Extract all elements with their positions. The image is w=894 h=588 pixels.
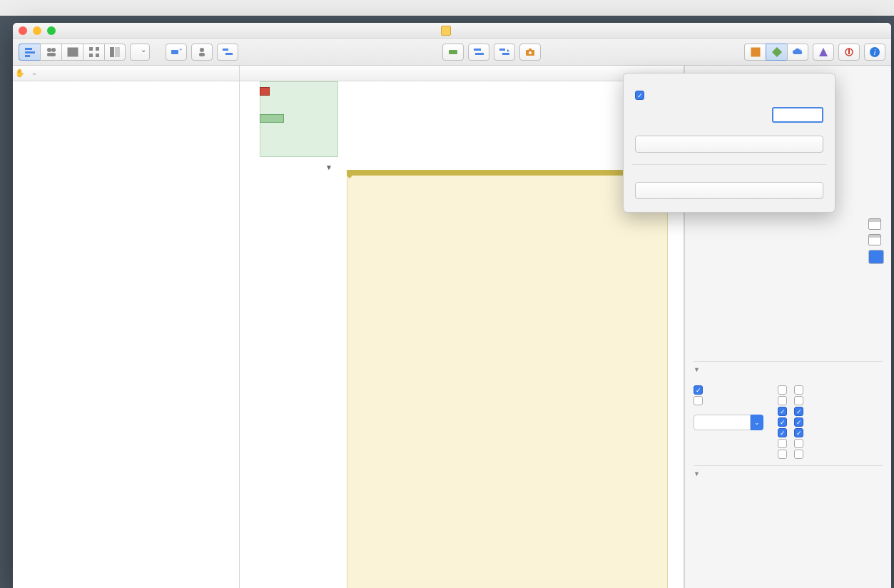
zoom-button[interactable] [47,26,56,35]
date-picker-icon[interactable] [868,218,881,230]
estimate-tasks-button[interactable] [635,136,823,153]
effort-unit-section-header[interactable] [694,465,883,482]
run-simulations-button[interactable] [635,182,823,199]
cb-eff-months[interactable] [794,439,803,448]
inspector-violations-button[interactable] [838,44,860,61]
cb-dur-months[interactable] [778,439,787,448]
baseline-compare-select[interactable] [130,44,150,61]
svg-rect-15 [115,47,120,57]
svg-rect-29 [529,49,532,50]
date-picker-icon-2[interactable] [868,234,881,245]
svg-rect-19 [199,53,205,56]
reschedule-button[interactable] [494,44,515,61]
cb-dur-minutes[interactable] [778,396,787,405]
svg-point-33 [776,51,778,53]
snapshot-button[interactable] [519,44,541,61]
svg-point-18 [200,48,204,52]
cb-dur-weeks[interactable] [778,428,787,437]
view-network-button[interactable] [83,44,104,61]
cb-eff-days[interactable] [794,417,803,427]
inspector-side-widgets [868,218,884,264]
inspector-sync-button[interactable]: + [787,44,808,61]
cb-eff-weeks[interactable] [794,428,803,437]
phase-disclosure-icon[interactable]: ▼ [325,163,332,171]
document-icon [441,26,451,36]
cb-eff-years[interactable] [794,450,803,459]
svg-rect-6 [68,48,78,56]
view-resources-button[interactable] [40,44,61,61]
cb-dur-hours[interactable] [778,407,787,416]
view-gantt-button[interactable] [19,44,40,61]
checkbox-date-seconds[interactable] [694,396,703,405]
currency-dropdown-icon[interactable]: ⌄ [751,415,763,430]
svg-point-28 [529,51,532,54]
inspector-simulations-button[interactable] [766,44,787,61]
cb-dur-years[interactable] [778,450,787,459]
toolbar: + + i [13,39,891,66]
catch-up-button[interactable] [442,44,464,61]
formats-section-header[interactable] [694,361,883,377]
svg-text:+: + [179,46,182,53]
svg-rect-23 [474,49,481,51]
svg-rect-20 [223,49,228,51]
svg-rect-10 [89,47,93,51]
svg-rect-16 [171,50,178,54]
svg-rect-22 [449,50,457,54]
window-controls [19,26,56,35]
level-button[interactable] [468,44,489,61]
phase3-group-area [347,170,668,588]
svg-rect-12 [89,54,93,57]
svg-rect-11 [96,47,99,51]
view-calendar-button[interactable] [61,44,83,61]
checkbox-time-of-day[interactable] [694,385,703,395]
window-titlebar [13,23,891,39]
checkbox-preserve-estimates[interactable] [635,91,644,100]
cb-dur-days[interactable] [778,417,787,427]
svg-rect-24 [475,53,484,55]
svg-text:+: + [799,48,802,53]
svg-rect-26 [502,53,509,55]
svg-rect-13 [96,54,99,57]
inspector-info-button[interactable]: i [864,44,885,61]
task-outline: ✋ ▫ [13,66,240,588]
svg-rect-1 [25,51,35,54]
add-resource-button[interactable] [191,44,213,61]
cb-eff-hours[interactable] [794,407,803,416]
currency-input[interactable] [694,415,751,430]
svg-rect-30 [751,48,760,56]
add-milestone-button[interactable] [217,44,238,61]
view-styles-button[interactable] [104,44,126,61]
flag-column-icon: ▫ [27,69,41,78]
add-task-button[interactable]: + [166,44,187,61]
minimize-button[interactable] [33,26,41,35]
cb-eff-minutes[interactable] [794,396,803,405]
cb-dur-seconds[interactable] [778,385,787,395]
svg-point-3 [47,48,51,52]
macos-menubar [0,0,894,16]
svg-point-4 [51,48,56,52]
svg-rect-0 [25,48,32,50]
task-bar-2-16[interactable] [260,87,270,96]
phase3-group-bar[interactable] [347,170,668,176]
inspector-task-button[interactable] [744,44,766,61]
svg-rect-36 [848,49,850,54]
cb-eff-seconds[interactable] [794,385,803,395]
maximum-input[interactable] [772,107,823,123]
gantt-chart[interactable]: ▼ [240,66,684,588]
inspector-milestones-button[interactable] [813,44,834,61]
svg-rect-21 [225,53,233,55]
auto-estimate-popover [623,73,835,213]
grab-column-icon: ✋ [13,69,27,78]
svg-rect-25 [499,49,505,51]
dropdown-icon[interactable] [868,250,884,264]
task-bar-2-17[interactable] [260,114,284,123]
svg-rect-2 [25,55,30,57]
svg-rect-5 [47,53,56,56]
gantt-timeline-header [240,66,684,81]
close-button[interactable] [19,26,27,35]
svg-rect-14 [110,47,114,57]
